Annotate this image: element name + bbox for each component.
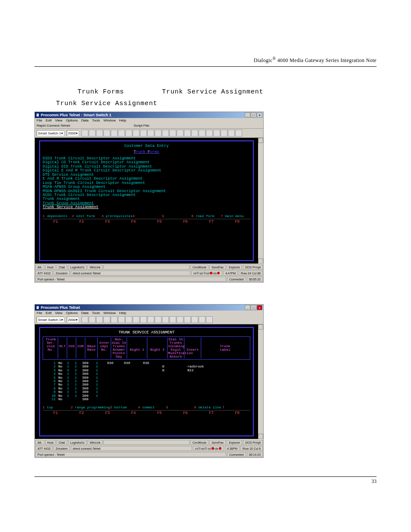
- status-button[interactable]: Explorer: [227, 440, 242, 445]
- toolbar-icon[interactable]: [96, 130, 103, 137]
- toolbar-icon[interactable]: [125, 130, 132, 137]
- fkey-f5[interactable]: F5: [146, 219, 172, 224]
- close-button[interactable]: ×: [257, 305, 262, 310]
- toolbar-icon[interactable]: [162, 316, 169, 323]
- table-row[interactable]: 7No113001: [43, 383, 250, 386]
- softkey-7[interactable]: 7 main menu: [221, 214, 250, 218]
- softkey-5[interactable]: 5: [162, 214, 191, 218]
- fkey-f1[interactable]: F1: [43, 219, 68, 224]
- status-button[interactable]: CmdMode: [190, 264, 209, 270]
- status-button[interactable]: Chat: [56, 264, 67, 270]
- toolbar-icon[interactable]: [213, 130, 220, 137]
- maximize-button[interactable]: □: [251, 305, 256, 310]
- toolbar-icon[interactable]: [140, 316, 147, 323]
- fkey-f4[interactable]: F4: [121, 410, 146, 415]
- table-row[interactable]: 4No113001: [43, 372, 250, 376]
- softkey-2[interactable]: 2 edit form: [72, 214, 101, 218]
- menu-options[interactable]: Options: [66, 118, 78, 122]
- table-row[interactable]: 2No1230010radbrook: [43, 365, 250, 368]
- menu-file[interactable]: File: [37, 311, 42, 315]
- toolbar-icon[interactable]: [191, 130, 198, 137]
- toolbar-icon[interactable]: [228, 130, 235, 137]
- toolbar-icon[interactable]: [111, 316, 118, 323]
- toolbar-icon[interactable]: [221, 130, 227, 137]
- table-row[interactable]: 3No3230010NI2: [43, 369, 250, 372]
- softkey-6[interactable]: 6 delete line: [194, 405, 222, 409]
- scroll-up-button[interactable]: [258, 138, 263, 143]
- status-button[interactable]: LoginAsXz: [68, 264, 87, 270]
- table-row[interactable]: 6No113001: [43, 380, 250, 383]
- toolbar-icon[interactable]: [199, 130, 206, 137]
- fkey-f3[interactable]: F3: [95, 219, 121, 224]
- fkey-f4[interactable]: F4: [121, 219, 146, 224]
- toolbar-icon[interactable]: [125, 316, 132, 323]
- status-button[interactable]: Alt-: [35, 440, 44, 445]
- toolbar-icon[interactable]: [118, 316, 125, 323]
- menu-edit[interactable]: Edit: [46, 118, 52, 122]
- softkey-4[interactable]: 4: [133, 214, 162, 218]
- softkey-7[interactable]: 7: [222, 405, 250, 409]
- status-button[interactable]: Alt-: [35, 264, 44, 270]
- fkey-f7[interactable]: F7: [199, 219, 224, 224]
- status-button[interactable]: DOS Prmpt: [243, 440, 263, 445]
- status-button[interactable]: SendFax: [209, 264, 226, 270]
- toolbar-icon[interactable]: [169, 130, 176, 137]
- status-button[interactable]: WinLink: [87, 264, 103, 270]
- menu-item[interactable]: Trunk Service Assignment: [43, 205, 250, 209]
- softkey-5[interactable]: 5: [166, 405, 194, 409]
- softkey-6[interactable]: 6 read form: [191, 214, 221, 218]
- toolbar-icon[interactable]: [199, 316, 206, 323]
- softkey-3[interactable]: 3 prerequisites: [102, 214, 133, 218]
- toolbar-icon[interactable]: [162, 130, 169, 137]
- fkey-f8[interactable]: F8: [224, 219, 250, 224]
- toolbar-icon[interactable]: [184, 130, 191, 137]
- menu-view[interactable]: View: [55, 118, 62, 122]
- maximize-button[interactable]: □: [251, 112, 256, 118]
- toolbar-icon[interactable]: [155, 130, 162, 137]
- status-button[interactable]: Chat: [56, 440, 67, 445]
- script-combo[interactable]: 2000 ▾: [67, 130, 79, 136]
- menu-help[interactable]: Help: [119, 311, 126, 315]
- fkey-f1[interactable]: F1: [43, 410, 68, 415]
- softkey-3[interactable]: 3 bottom: [110, 405, 138, 409]
- status-button[interactable]: LoginAsXz: [68, 440, 87, 445]
- toolbar-icon[interactable]: [118, 130, 125, 137]
- softkey-4[interactable]: 4 commit: [138, 405, 166, 409]
- fkey-f6[interactable]: F6: [172, 410, 198, 415]
- table-row[interactable]: 11No300: [43, 398, 250, 401]
- scroll-down-button[interactable]: [258, 434, 263, 439]
- status-button[interactable]: SendFax: [209, 440, 226, 445]
- menu-tools[interactable]: Tools: [92, 311, 100, 315]
- menu-data[interactable]: Data: [81, 311, 88, 315]
- fkey-f5[interactable]: F5: [146, 410, 172, 415]
- toolbar-icon[interactable]: [89, 130, 96, 137]
- menu-window[interactable]: Window: [103, 118, 115, 122]
- table-row[interactable]: 9No113001: [43, 390, 250, 394]
- scroll-up-button[interactable]: [258, 324, 263, 330]
- menu-data[interactable]: Data: [81, 118, 88, 122]
- table-row[interactable]: 8No113001: [43, 387, 250, 390]
- toolbar-icon[interactable]: [133, 316, 140, 323]
- table-row[interactable]: 10No113001: [43, 394, 250, 398]
- menu-window[interactable]: Window: [103, 311, 115, 315]
- toolbar-icon[interactable]: [184, 316, 191, 323]
- toolbar-icon[interactable]: [133, 130, 140, 137]
- toolbar-icon[interactable]: [235, 130, 242, 137]
- minimize-button[interactable]: _: [245, 112, 250, 118]
- toolbar-icon[interactable]: [177, 130, 184, 137]
- fkey-f7[interactable]: F7: [199, 410, 224, 415]
- status-button[interactable]: CmdMode: [190, 440, 209, 445]
- toolbar-icon[interactable]: [96, 316, 103, 323]
- close-button[interactable]: ×: [257, 112, 262, 118]
- toolbar-icon[interactable]: [206, 316, 213, 323]
- softkey-1[interactable]: 1 dependents: [43, 214, 72, 218]
- status-button[interactable]: WinLink: [87, 440, 103, 445]
- softkey-2[interactable]: 2 range programming: [71, 405, 110, 409]
- menu-help[interactable]: Help: [119, 118, 126, 122]
- fkey-f6[interactable]: F6: [172, 219, 198, 224]
- toolbar-icon[interactable]: [140, 130, 147, 137]
- table-row[interactable]: 5No113001: [43, 376, 250, 380]
- menu-view[interactable]: View: [55, 311, 62, 315]
- status-button[interactable]: DOS Prmpt: [243, 264, 263, 270]
- fkey-f2[interactable]: F2: [68, 219, 94, 224]
